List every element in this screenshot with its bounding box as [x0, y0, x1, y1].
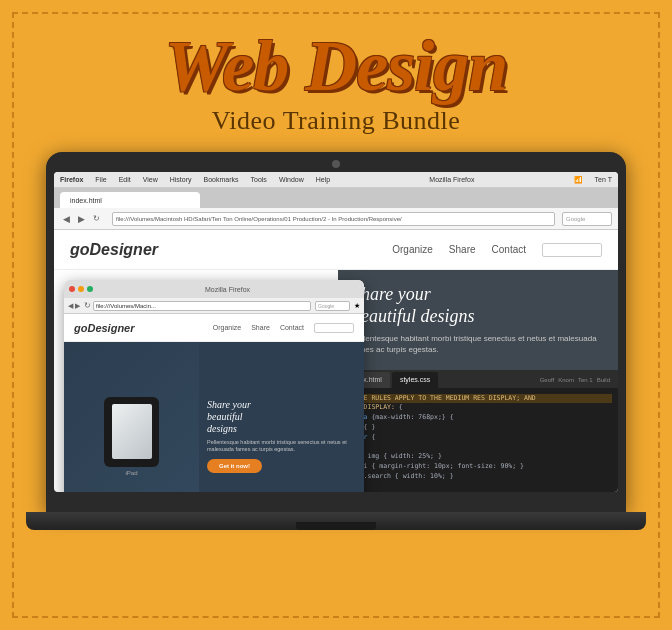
code-line-10: #logo img { width: 25%; }	[344, 452, 612, 462]
site-logo: goDesigner	[70, 241, 392, 259]
wifi-icon: 📶	[574, 176, 583, 184]
code-content: @THESE RULES APPLY TO THE MEDIUM RES DIS…	[338, 388, 618, 492]
nested-nav-contact[interactable]: Contact	[280, 324, 304, 331]
tab-label: index.html	[70, 197, 102, 204]
menu-bookmarks[interactable]: Bookmarks	[204, 176, 239, 183]
right-panel: Share yourbeautiful designs Pellentesque…	[338, 270, 618, 492]
nested-close-dot[interactable]	[69, 286, 75, 292]
site-hero: Mozilla Firefox ◀ ▶ ↻ file:///Volumes/Ma…	[54, 270, 618, 492]
menu-firefox[interactable]: Firefox	[60, 176, 83, 183]
code-line-13: }	[344, 481, 612, 491]
laptop-screen: Firefox File Edit View History Bookmarks…	[54, 172, 618, 492]
code-line-15: section.here { background-size: 770px 41…	[344, 491, 612, 492]
nested-forward[interactable]: ▶	[75, 302, 80, 310]
browser-tab-active[interactable]: index.html	[60, 192, 200, 208]
outer-browser: Firefox File Edit View History Bookmarks…	[54, 172, 618, 492]
nested-url-text: file:///Volumes/Macin...	[96, 303, 156, 309]
code-line-9: #logo	[344, 442, 612, 452]
nested-ipad-mockup	[104, 397, 159, 467]
hero-text-right: Pellentesque habitant morbi tristique se…	[352, 333, 604, 355]
nested-hero-title: Share yourbeautifuldesigns	[207, 399, 356, 435]
nested-nav-share[interactable]: Share	[251, 324, 270, 331]
code-tab-extras: Geoff Knom Ten 1 Build	[440, 372, 614, 388]
code-line-4: .media {max-width: 768px;} {	[344, 413, 612, 423]
nested-bookmark[interactable]: ★	[354, 302, 360, 310]
code-line-8: header {	[344, 433, 612, 443]
nav-share[interactable]: Share	[449, 244, 476, 255]
nested-ipad-screen	[112, 404, 152, 459]
nested-site-header: goDesigner Organize Share Contact	[64, 314, 364, 342]
nested-browser-title: Mozilla Firefox	[96, 286, 359, 293]
nested-reload[interactable]: ↻	[84, 301, 91, 310]
page-title-sub: Video Training Bundle	[212, 106, 461, 136]
nav-organize[interactable]: Organize	[392, 244, 433, 255]
back-button[interactable]: ◀	[60, 213, 72, 225]
code-editor: index.html styles.css Geoff Knom Ten 1 B…	[338, 370, 618, 492]
code-tab-geoff: Geoff	[540, 377, 555, 383]
code-line-6: body { }	[344, 423, 612, 433]
menu-bar: Firefox File Edit View History Bookmarks…	[54, 172, 618, 188]
site-nav: Organize Share Contact	[392, 243, 602, 257]
nested-search[interactable]: Google	[315, 301, 350, 311]
browser-content: goDesigner Organize Share Contact	[54, 230, 618, 492]
nested-hero-left: iPad	[64, 342, 199, 492]
code-tab-css[interactable]: styles.css	[392, 372, 438, 388]
nested-cta-button[interactable]: Get it now!	[207, 459, 262, 473]
code-line-2: @USE DISPLAY: {	[344, 403, 612, 413]
nested-url-bar[interactable]: file:///Volumes/Macin...	[93, 301, 311, 311]
nested-nav-items: Organize Share Contact	[213, 323, 354, 333]
reload-button[interactable]: ↻	[90, 213, 102, 225]
menu-window[interactable]: Window	[279, 176, 304, 183]
laptop-base	[26, 512, 646, 530]
nested-content: goDesigner Organize Share Contact	[64, 314, 364, 492]
code-line-11: nav li { margin-right: 10px; font-size: …	[344, 462, 612, 472]
menu-history[interactable]: History	[170, 176, 192, 183]
menu-tools[interactable]: Tools	[251, 176, 267, 183]
menu-help[interactable]: Help	[316, 176, 330, 183]
outer-nav-bar: ◀ ▶ ↻ file:///Volumes/Macintosh HD/Safar…	[54, 208, 618, 230]
laptop-mockup: Firefox File Edit View History Bookmarks…	[46, 152, 626, 532]
nested-nav-bar: ◀ ▶ ↻ file:///Volumes/Macin... Google ★	[64, 298, 364, 314]
menu-file[interactable]: File	[95, 176, 106, 183]
code-tab-knom: Knom	[558, 377, 574, 383]
code-tabs: index.html styles.css Geoff Knom Ten 1 B…	[338, 370, 618, 388]
code-line-12: input.search { width: 10%; }	[344, 472, 612, 482]
nav-contact[interactable]: Contact	[492, 244, 526, 255]
nested-max-dot[interactable]	[87, 286, 93, 292]
menu-view[interactable]: View	[143, 176, 158, 183]
laptop-camera	[332, 160, 340, 168]
nested-hero-right: Share yourbeautifuldesigns Pellentesque …	[199, 342, 364, 492]
hero-title-right: Share yourbeautiful designs	[352, 284, 604, 327]
site-header: goDesigner Organize Share Contact	[54, 230, 618, 270]
nested-site-search[interactable]	[314, 323, 354, 333]
nested-nav-organize[interactable]: Organize	[213, 324, 241, 331]
url-text: file:///Volumes/Macintosh HD/Safari/Ten …	[116, 216, 402, 222]
nested-back[interactable]: ◀	[68, 302, 73, 310]
url-bar-outer[interactable]: file:///Volumes/Macintosh HD/Safari/Ten …	[112, 212, 555, 226]
nested-min-dot[interactable]	[78, 286, 84, 292]
menu-edit[interactable]: Edit	[119, 176, 131, 183]
code-tab-build: Build	[597, 377, 610, 383]
page-title-main: Web Design	[165, 30, 508, 102]
search-bar[interactable]: Google	[562, 212, 612, 226]
time-display: Ten T	[595, 176, 612, 183]
nested-ipad-label: iPad	[125, 470, 137, 476]
site-search-input[interactable]	[542, 243, 602, 257]
nested-logo: goDesigner	[74, 322, 213, 334]
hero-text-panel: Share yourbeautiful designs Pellentesque…	[338, 270, 618, 370]
nested-hero: iPad Share yourbeautifuldesigns Pellente…	[64, 342, 364, 492]
forward-button[interactable]: ▶	[75, 213, 87, 225]
main-container: Web Design Video Training Bundle Firefox…	[0, 0, 672, 630]
code-line-1: @THESE RULES APPLY TO THE MEDIUM RES DIS…	[344, 394, 612, 404]
nested-browser: Mozilla Firefox ◀ ▶ ↻ file:///Volumes/Ma…	[64, 280, 364, 492]
laptop-screen-bezel: Firefox File Edit View History Bookmarks…	[46, 152, 626, 512]
code-tab-ten1: Ten 1	[578, 377, 593, 383]
browser-title: Mozilla Firefox	[342, 176, 561, 183]
nested-browser-bar: Mozilla Firefox	[64, 280, 364, 298]
tab-bar: index.html	[54, 188, 618, 208]
nested-hero-text: Pellentesque habitant morbi tristique se…	[207, 439, 356, 453]
